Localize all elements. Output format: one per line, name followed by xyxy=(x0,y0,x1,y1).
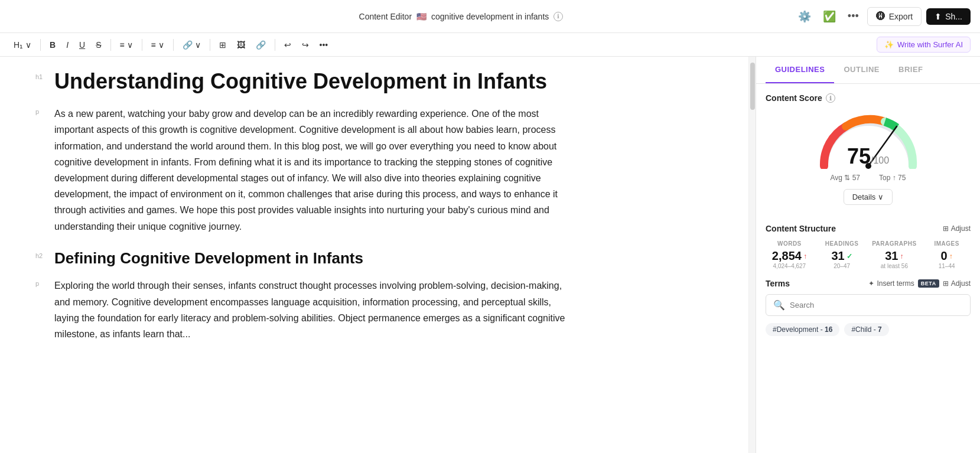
chevron-down-icon: ∨ xyxy=(878,193,884,201)
h1-label: h1 xyxy=(35,73,47,80)
heading-selector[interactable]: H₁ ∨ xyxy=(9,37,35,53)
flag-emoji: 🇺🇸 xyxy=(416,12,426,21)
underline-btn[interactable]: U xyxy=(75,37,89,53)
tab-brief[interactable]: BRIEF xyxy=(889,57,933,83)
paragraphs-arrow-icon: ↑ xyxy=(900,252,904,260)
gauge-container: 75/100 xyxy=(766,110,971,169)
terms-header: Terms ✦ Insert terms BETA ⊞ Adjust xyxy=(766,279,971,288)
p1-text[interactable]: As a new parent, watching your baby grow… xyxy=(54,106,567,234)
sidebar-tabs: GUIDELINES OUTLINE BRIEF xyxy=(756,57,980,84)
headings-check-icon: ✓ xyxy=(846,252,852,260)
term-tag-development[interactable]: #Development - 16 xyxy=(766,323,839,336)
share-button[interactable]: ⬆ Sh... xyxy=(926,8,971,25)
divider-4 xyxy=(173,39,174,51)
top-label: Top ↑ 75 xyxy=(879,174,906,182)
search-box[interactable]: 🔍 xyxy=(766,294,971,316)
content-structure-header: Content Structure ⊞ Adjust xyxy=(766,224,971,233)
divider-5 xyxy=(210,39,210,51)
sidebar: GUIDELINES OUTLINE BRIEF Content Score ℹ xyxy=(756,57,980,453)
p2-text[interactable]: Exploring the world through their senses… xyxy=(54,278,567,342)
divider-6 xyxy=(275,39,275,51)
avg-label: Avg ⇅ 57 xyxy=(831,174,861,182)
editor-area[interactable]: h1 Understanding Cognitive Development i… xyxy=(0,57,748,453)
term-tags: #Development - 16 #Child - 7 xyxy=(766,323,971,336)
info-icon: ℹ xyxy=(554,12,563,21)
strikethrough-btn[interactable]: S xyxy=(92,37,105,53)
editor-label: Content Editor xyxy=(359,12,412,21)
undo-btn[interactable]: ↩ xyxy=(280,37,295,53)
top-bar: Content Editor 🇺🇸 cognitive development … xyxy=(0,0,980,33)
details-button[interactable]: Details ∨ xyxy=(844,189,893,205)
divider-3 xyxy=(142,39,142,51)
beta-badge: BETA xyxy=(918,279,939,288)
divider-2 xyxy=(110,39,111,51)
hyperlink-btn[interactable]: 🔗 xyxy=(252,37,270,53)
italic-btn[interactable]: I xyxy=(62,37,73,53)
words-arrow-icon: ↑ xyxy=(803,252,807,260)
terms-adjust-button[interactable]: ⊞ Adjust xyxy=(943,279,971,288)
main-layout: h1 Understanding Cognitive Development i… xyxy=(0,57,980,453)
editor-toolbar: H₁ ∨ B I U S ≡ ∨ ≡ ∨ 🔗 ∨ ⊞ 🖼 🔗 ↩ ↪ ••• ✨… xyxy=(0,33,980,57)
metric-words: WORDS 2,854 ↑ 4,024–4,627 xyxy=(766,240,813,269)
content-score-section: Content Score ℹ xyxy=(766,93,971,103)
h2-label: h2 xyxy=(35,252,47,259)
image-btn[interactable]: 🖼 xyxy=(233,37,249,53)
images-arrow-icon: ↑ xyxy=(949,252,953,260)
adjust-button[interactable]: ⊞ Adjust xyxy=(943,224,971,233)
scroll-gutter xyxy=(748,57,756,453)
h1-heading[interactable]: Understanding Cognitive Development in I… xyxy=(54,69,547,94)
p1-block: p As a new parent, watching your baby gr… xyxy=(35,106,567,234)
settings-icon-btn[interactable]: ⚙️ xyxy=(795,6,815,27)
more-options-btn[interactable]: ••• xyxy=(844,6,862,26)
gauge-avg-top: Avg ⇅ 57 Top ↑ 75 xyxy=(766,174,971,182)
scroll-thumb[interactable] xyxy=(750,63,755,110)
ai-sparkle-icon: ✨ xyxy=(884,40,894,49)
keyword-label: cognitive development in infants xyxy=(431,12,549,21)
content-score-info-icon[interactable]: ℹ xyxy=(826,93,835,103)
term-tag-child[interactable]: #Child - 7 xyxy=(844,323,888,336)
link-btn[interactable]: 🔗 ∨ xyxy=(178,37,205,53)
tab-guidelines[interactable]: GUIDELINES xyxy=(766,57,834,83)
metric-images: IMAGES 0 ↑ 11–44 xyxy=(923,240,971,269)
export-button[interactable]: 🅦 Export xyxy=(867,7,922,26)
table-btn[interactable]: ⊞ xyxy=(215,37,230,53)
ai-write-btn[interactable]: ✨ Write with Surfer AI xyxy=(877,37,971,53)
metrics-grid: WORDS 2,854 ↑ 4,024–4,627 HEADINGS 31 ✓ … xyxy=(766,240,971,269)
more-toolbar-btn[interactable]: ••• xyxy=(315,37,333,53)
search-icon: 🔍 xyxy=(773,299,785,311)
p1-label: p xyxy=(35,108,47,115)
wp-logo: 🅦 xyxy=(876,11,885,22)
h1-block: h1 Understanding Cognitive Development i… xyxy=(35,69,567,94)
gauge-wrap: 75/100 xyxy=(815,110,922,169)
share-icon: ⬆ xyxy=(935,12,942,21)
adjust-icon: ⊞ xyxy=(943,224,949,233)
align-btn[interactable]: ≡ ∨ xyxy=(116,37,137,53)
tab-outline[interactable]: OUTLINE xyxy=(834,57,889,83)
terms-adjust-icon: ⊞ xyxy=(943,279,949,288)
gauge-score: 75/100 xyxy=(847,144,889,169)
metric-paragraphs: PARAGRAPHS 31 ↑ at least 56 xyxy=(871,240,919,269)
check-icon-btn[interactable]: ✅ xyxy=(819,6,839,27)
terms-title: Terms xyxy=(766,279,790,288)
h2-heading[interactable]: Defining Cognitive Development in Infant… xyxy=(54,249,363,269)
divider-1 xyxy=(40,39,41,51)
top-bar-center: Content Editor 🇺🇸 cognitive development … xyxy=(359,12,564,21)
redo-btn[interactable]: ↪ xyxy=(298,37,313,53)
h2-block: h2 Defining Cognitive Development in Inf… xyxy=(35,249,567,269)
editor-content: h1 Understanding Cognitive Development i… xyxy=(35,69,567,342)
content-structure-title: Content Structure xyxy=(766,224,836,233)
top-bar-right: ⚙️ ✅ ••• 🅦 Export ⬆ Sh... xyxy=(795,6,971,27)
metric-headings: HEADINGS 31 ✓ 20–47 xyxy=(818,240,866,269)
sparkle-icon: ✦ xyxy=(868,279,874,288)
p2-label: p xyxy=(35,280,47,287)
bold-btn[interactable]: B xyxy=(45,37,60,53)
search-input[interactable] xyxy=(790,301,963,309)
p2-block: p Exploring the world through their sens… xyxy=(35,278,567,342)
list-btn[interactable]: ≡ ∨ xyxy=(147,37,168,53)
insert-terms-button[interactable]: ✦ Insert terms xyxy=(868,279,914,288)
sidebar-content: Content Score ℹ xyxy=(756,84,980,453)
